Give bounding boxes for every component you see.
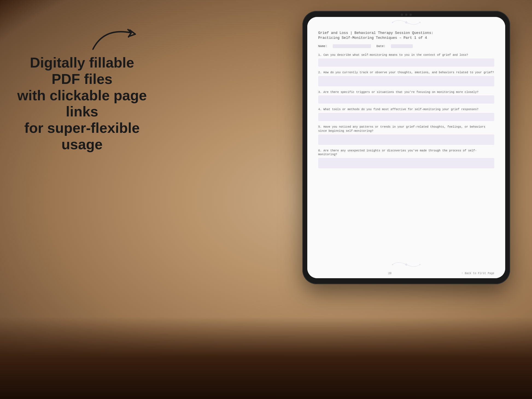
question-number-3: 3. xyxy=(318,90,322,94)
pdf-name-field[interactable] xyxy=(333,44,371,48)
ornament-bottom-icon xyxy=(390,259,423,270)
tablet-device: Grief and Loss | Behavioral Therapy Sess… xyxy=(302,11,510,284)
pdf-question-5: 5. Have you noticed any patterns or tren… xyxy=(318,125,494,145)
svg-point-2 xyxy=(419,22,421,23)
pdf-question-6: 6. Are there any unexpected insights or … xyxy=(318,149,494,168)
text-line-2: with clickable page links xyxy=(17,87,147,120)
pdf-title-line2: Practicing Self-Monitoring Techniques – … xyxy=(318,36,494,40)
ornament-top-icon xyxy=(390,17,423,28)
pdf-name-row: Name: Date: xyxy=(318,44,494,48)
svg-point-5 xyxy=(419,264,421,265)
arrow-icon xyxy=(87,22,148,55)
tablet-camera xyxy=(401,14,412,16)
camera-dot-1 xyxy=(401,14,403,16)
question-text-5: Have you noticed any patterns or trends … xyxy=(318,125,485,133)
text-line-3: for super-flexible usage xyxy=(24,120,140,152)
question-number-6: 6. xyxy=(318,149,322,152)
pdf-footer: 20 ↑ Back to First Page xyxy=(318,272,494,275)
pdf-back-to-first-page-link[interactable]: ↑ Back to First Page xyxy=(461,272,494,275)
answer-area-2[interactable] xyxy=(318,76,494,86)
svg-point-4 xyxy=(392,264,393,265)
question-text-1: Can you describe what self-monitoring me… xyxy=(323,53,468,57)
svg-point-3 xyxy=(405,263,407,266)
pdf-question-4: 4. What tools or methods do you find mos… xyxy=(318,107,494,121)
svg-point-0 xyxy=(405,21,407,24)
pdf-name-label: Name: xyxy=(318,45,327,48)
pdf-title-line1: Grief and Loss | Behavioral Therapy Sess… xyxy=(318,31,494,36)
answer-area-1[interactable] xyxy=(318,58,494,67)
marketing-text: Digitally fillable PDF files with clicka… xyxy=(16,55,148,153)
tablet-frame: Grief and Loss | Behavioral Therapy Sess… xyxy=(302,11,510,284)
svg-point-1 xyxy=(392,22,393,23)
camera-dot-2 xyxy=(405,14,407,16)
question-text-6: Are there any unexpected insights or dis… xyxy=(318,149,477,156)
pdf-date-label: Date: xyxy=(376,45,385,48)
camera-dot-3 xyxy=(410,14,412,16)
answer-area-4[interactable] xyxy=(318,113,494,121)
question-number-5: 5. xyxy=(318,125,322,128)
pdf-page-number: 20 xyxy=(388,272,391,275)
left-text-block: Digitally fillable PDF files with clicka… xyxy=(16,55,148,153)
pdf-date-field[interactable] xyxy=(391,44,413,48)
question-text-2: How do you currently track or observe yo… xyxy=(323,71,494,74)
question-text-3: Are there specific triggers or situation… xyxy=(323,90,478,94)
pdf-page: Grief and Loss | Behavioral Therapy Sess… xyxy=(307,17,505,278)
pdf-question-3: 3. Are there specific triggers or situat… xyxy=(318,90,494,104)
question-number-2: 2. xyxy=(318,71,322,74)
question-text-4: What tools or methods do you find most e… xyxy=(323,108,478,111)
arrow-container xyxy=(87,22,148,56)
answer-area-6[interactable] xyxy=(318,158,494,168)
answer-area-3[interactable] xyxy=(318,95,494,104)
pdf-question-2: 2. How do you currently track or observe… xyxy=(318,71,494,86)
dark-bottom-overlay xyxy=(0,317,532,399)
pdf-question-1: 1. Can you describe what self-monitoring… xyxy=(318,53,494,67)
text-line-1: Digitally fillable PDF files xyxy=(30,55,134,87)
pdf-title: Grief and Loss | Behavioral Therapy Sess… xyxy=(318,31,494,40)
answer-area-5[interactable] xyxy=(318,134,494,145)
question-number-4: 4. xyxy=(318,108,322,111)
question-number-1: 1. xyxy=(318,53,322,57)
tablet-screen: Grief and Loss | Behavioral Therapy Sess… xyxy=(307,17,505,278)
